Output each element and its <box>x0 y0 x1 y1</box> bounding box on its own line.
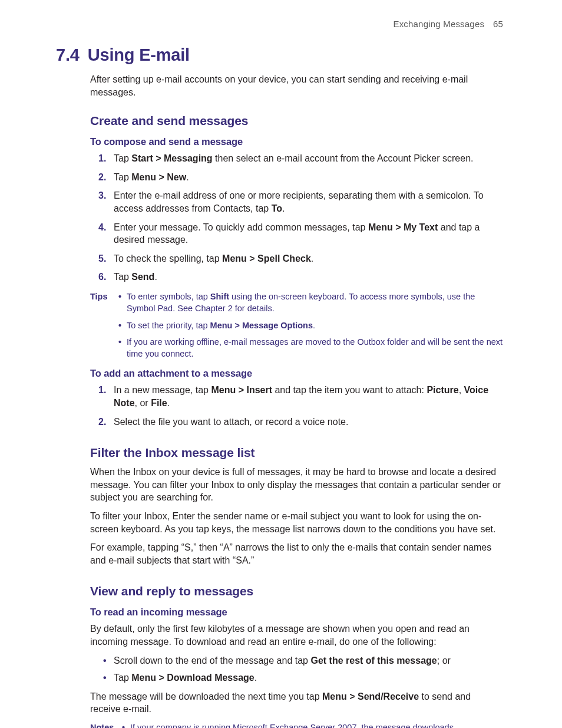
list-item: Tap Menu > Download Message. <box>90 671 503 684</box>
step-text: Enter the e-mail address of one or more … <box>114 190 484 213</box>
steps-add-attachment: 1.In a new message, tap Menu > Insert an… <box>90 384 503 428</box>
step-text: Select the file you want to attach, or r… <box>114 417 348 427</box>
intro-paragraph: After setting up e-mail accounts on your… <box>90 73 503 98</box>
running-header: Exchanging Messages 65 <box>56 19 503 29</box>
body-paragraph: By default, only the first few kilobytes… <box>90 622 503 648</box>
step-number: 2. <box>98 416 106 429</box>
task-add-attachment: To add an attachment to a message <box>90 368 503 379</box>
tip-row: • If you are working offline, e-mail mes… <box>90 336 503 360</box>
step-text: To check the spelling, tap Menu > Spell … <box>114 253 313 263</box>
chapter-name: Exchanging Messages <box>393 19 484 29</box>
body-paragraph: To filter your Inbox, Enter the sender n… <box>90 510 503 535</box>
tips-label: Tips <box>90 291 118 315</box>
bullet-icon: • <box>122 722 130 728</box>
tip-text: To enter symbols, tap Shift using the on… <box>127 291 503 315</box>
list-item: 2.Select the file you want to attach, or… <box>90 416 503 429</box>
note-row: Notes • If your company is running Micro… <box>90 722 503 728</box>
note-text: If your company is running Microsoft Exc… <box>130 722 503 728</box>
step-number: 3. <box>98 189 106 202</box>
list-item: 4.Enter your message. To quickly add com… <box>90 221 503 246</box>
list-item: 6.Tap Send. <box>90 271 503 284</box>
step-number: 6. <box>98 271 106 284</box>
steps-compose-send: 1.Tap Start > Messaging then select an e… <box>90 152 503 284</box>
step-number: 1. <box>98 384 106 397</box>
bullets-read-options: Scroll down to the end of the message an… <box>90 654 503 684</box>
subsection-create-send: Create and send messages <box>90 114 503 128</box>
tip-row: Tips • To enter symbols, tap Shift using… <box>90 291 503 315</box>
list-item: 5.To check the spelling, tap Menu > Spel… <box>90 252 503 265</box>
bullet-icon: • <box>118 336 127 360</box>
section-number: 7.4 <box>56 45 80 65</box>
body-paragraph: When the Inbox on your device is full of… <box>90 466 503 504</box>
page: Exchanging Messages 65 7.4Using E-mail A… <box>0 0 562 728</box>
section-title-text: Using E-mail <box>88 45 190 64</box>
tips-block: Tips • To enter symbols, tap Shift using… <box>90 291 503 360</box>
step-text: Enter your message. To quickly add commo… <box>114 222 480 245</box>
bullet-icon: • <box>118 319 127 331</box>
tip-text: If you are working offline, e-mail messa… <box>127 336 503 360</box>
list-item: 1.Tap Start > Messaging then select an e… <box>90 152 503 165</box>
step-number: 4. <box>98 221 106 234</box>
body-paragraph: For example, tapping “S,” then “A” narro… <box>90 541 503 566</box>
list-item: 3.Enter the e-mail address of one or mor… <box>90 189 503 215</box>
step-number: 5. <box>98 252 106 265</box>
list-item: 2.Tap Menu > New. <box>90 171 503 184</box>
notes-block: Notes • If your company is running Micro… <box>90 722 503 728</box>
step-text: Tap Menu > New. <box>114 172 189 182</box>
task-compose-send: To compose and send a message <box>90 136 503 147</box>
step-text: Tap Send. <box>114 272 157 282</box>
tip-row: • To set the priority, tap Menu > Messag… <box>90 319 503 331</box>
step-number: 1. <box>98 152 106 165</box>
subsection-filter-inbox: Filter the Inbox message list <box>90 446 503 460</box>
step-text: Tap Start > Messaging then select an e-m… <box>114 153 474 163</box>
task-read-incoming: To read an incoming message <box>90 607 503 618</box>
bullet-icon: • <box>118 291 127 315</box>
list-item: 1.In a new message, tap Menu > Insert an… <box>90 384 503 409</box>
section-title: 7.4Using E-mail <box>56 45 503 65</box>
list-item: Scroll down to the end of the message an… <box>90 654 503 667</box>
page-number: 65 <box>493 19 503 29</box>
step-number: 2. <box>98 171 106 184</box>
tip-text: To set the priority, tap Menu > Message … <box>127 319 503 331</box>
subsection-view-reply: View and reply to messages <box>90 584 503 598</box>
body-paragraph: The message will be downloaded the next … <box>90 690 503 716</box>
step-text: In a new message, tap Menu > Insert and … <box>114 385 488 408</box>
notes-label: Notes <box>90 722 122 728</box>
